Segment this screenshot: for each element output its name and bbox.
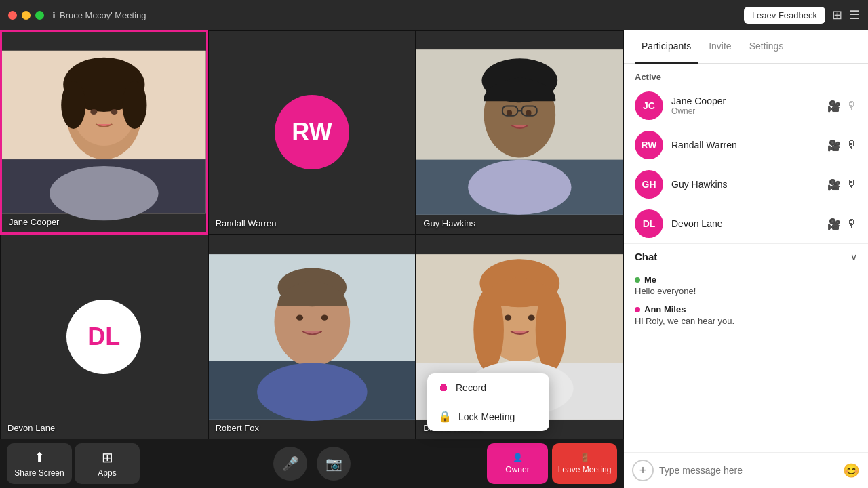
svg-point-25 bbox=[321, 315, 328, 321]
microphone-button[interactable]: 🎤 bbox=[273, 447, 307, 481]
sender-dot-me bbox=[635, 277, 640, 283]
participant-name-jane-panel: Jane Cooper bbox=[671, 96, 819, 106]
panel-content: Active JC Jane Cooper Owner 🎥 🎙 RW Randa… bbox=[624, 64, 868, 452]
popup-menu: ⏺ Record 🔒 Lock Meeting bbox=[427, 373, 549, 431]
svg-point-7 bbox=[90, 109, 97, 115]
share-screen-button[interactable]: ⬆ Share Screen bbox=[7, 443, 72, 484]
chat-input[interactable] bbox=[659, 465, 837, 476]
right-panel: Participants Invite Settings Active JC J… bbox=[624, 30, 868, 488]
svg-point-9 bbox=[50, 166, 158, 220]
participant-row-devon: DL Devon Lane 🎥 🎙 bbox=[624, 204, 868, 243]
lock-meeting-button[interactable]: 🔒 Lock Meeting bbox=[427, 402, 549, 431]
chat-chevron-icon: ∨ bbox=[850, 251, 857, 262]
toolbar: ⬆ Share Screen ⊞ Apps 🎤 📷 bbox=[0, 439, 624, 488]
chat-text-me: Hello everyone! bbox=[635, 286, 857, 296]
video-section: Jane Cooper RW Randall Warren bbox=[0, 30, 624, 488]
participant-name-guy: Guy Hawkins bbox=[423, 218, 475, 228]
camera-icon-randall: 🎥 bbox=[827, 139, 841, 152]
sender-name-ann: Ann Miles bbox=[644, 304, 686, 314]
avatar-devon-panel: DL bbox=[635, 209, 663, 238]
chat-add-button[interactable]: + bbox=[632, 460, 654, 481]
svg-point-26 bbox=[257, 363, 367, 421]
close-button[interactable] bbox=[8, 11, 17, 20]
minimize-button[interactable] bbox=[22, 11, 31, 20]
maximize-button[interactable] bbox=[35, 11, 44, 20]
owner-button[interactable]: 👤 Owner bbox=[487, 443, 548, 484]
chat-text-ann: Hi Roiy, we can hear you. bbox=[635, 316, 857, 326]
svg-point-6 bbox=[122, 81, 146, 129]
toolbar-right: ⏺ Record 🔒 Lock Meeting 👤 Owner 🚪 Leave … bbox=[487, 443, 617, 484]
participant-role-jane: Owner bbox=[671, 106, 819, 116]
avatar-randall-panel: RW bbox=[635, 131, 663, 159]
camera-icon-devon: 🎥 bbox=[827, 218, 841, 230]
traffic-lights bbox=[8, 11, 44, 20]
camera-icon-jane: 🎥 bbox=[827, 100, 841, 113]
svg-point-33 bbox=[505, 315, 511, 321]
toolbar-center: 🎤 📷 bbox=[273, 447, 351, 481]
video-cell-robert-fox: Robert Fox bbox=[208, 235, 416, 439]
leave-feedback-button[interactable]: Leaev Feadbeck bbox=[744, 7, 825, 24]
info-icon: ℹ bbox=[52, 10, 56, 20]
participant-name-devon: Devon Lane bbox=[7, 423, 55, 433]
tab-invite[interactable]: Invite bbox=[702, 30, 738, 64]
video-cell-guy-hawkins: Guy Hawkins bbox=[416, 30, 624, 235]
svg-point-5 bbox=[61, 81, 85, 129]
emoji-button[interactable]: 😊 bbox=[843, 462, 860, 479]
participant-row-randall: RW Randall Warren 🎥 🎙 bbox=[624, 125, 868, 165]
meeting-title-area: ℹ Bruce Mccoy' Meeting bbox=[52, 10, 146, 20]
avatar-randall: RW bbox=[275, 95, 349, 169]
participant-name-devon-panel: Devon Lane bbox=[671, 218, 819, 229]
chat-label: Chat bbox=[635, 251, 850, 262]
mic-icon-guy: 🎙 bbox=[846, 178, 857, 191]
chat-sender-ann: Ann Miles bbox=[635, 304, 857, 314]
active-section-label: Active bbox=[624, 64, 868, 86]
participant-row-jane: JC Jane Cooper Owner 🎥 🎙 bbox=[624, 86, 868, 125]
participant-name-jane: Jane Cooper bbox=[9, 217, 59, 227]
titlebar-right: Leaev Feadbeck ⊞ ☰ bbox=[744, 7, 860, 24]
participant-info-devon: Devon Lane bbox=[671, 218, 819, 229]
mic-icon-jane: 🎙 bbox=[846, 100, 857, 113]
chat-message-ann: Ann Miles Hi Roiy, we can hear you. bbox=[635, 304, 857, 326]
camera-button[interactable]: 📷 bbox=[317, 447, 351, 481]
participant-name-guy-panel: Guy Hawkins bbox=[671, 179, 819, 190]
avatar-jane-panel: JC bbox=[635, 92, 663, 120]
participant-name-randall-panel: Randall Warren bbox=[671, 140, 819, 150]
meeting-title: Bruce Mccoy' Meeting bbox=[60, 10, 146, 20]
panel-tabs: Participants Invite Settings bbox=[624, 30, 868, 64]
participant-name-randall: Randall Warren bbox=[216, 218, 277, 228]
mic-icon-randall: 🎙 bbox=[846, 139, 857, 152]
tab-participants[interactable]: Participants bbox=[635, 30, 698, 64]
main-area: Jane Cooper RW Randall Warren bbox=[0, 30, 868, 488]
record-button[interactable]: ⏺ Record bbox=[427, 373, 549, 402]
owner-icon: 👤 bbox=[513, 453, 523, 462]
titlebar: ℹ Bruce Mccoy' Meeting Leaev Feadbeck ⊞ … bbox=[0, 0, 868, 30]
participant-icons-randall: 🎥 🎙 bbox=[827, 139, 857, 152]
grid-view-icon[interactable]: ⊞ bbox=[832, 7, 842, 22]
participant-icons-guy: 🎥 🎙 bbox=[827, 178, 857, 191]
participant-name-robert: Robert Fox bbox=[216, 423, 259, 433]
chat-header[interactable]: Chat ∨ bbox=[624, 244, 868, 269]
participant-row-guy: GH Guy Hawkins 🎥 🎙 bbox=[624, 165, 868, 204]
leave-meeting-button[interactable]: 🚪 Leave Meeting bbox=[552, 443, 617, 484]
record-icon: ⏺ bbox=[438, 382, 449, 394]
share-screen-icon: ⬆ bbox=[34, 449, 45, 466]
participant-icons-jane: 🎥 🎙 bbox=[827, 100, 857, 113]
tab-settings[interactable]: Settings bbox=[743, 30, 791, 64]
participant-info-jane: Jane Cooper Owner bbox=[671, 96, 819, 116]
video-cell-jane-cooper: Jane Cooper bbox=[0, 30, 208, 235]
chat-input-area: + 😊 bbox=[624, 452, 868, 488]
svg-point-8 bbox=[111, 109, 117, 115]
avatar-devon: DL bbox=[66, 300, 141, 374]
camera-icon: 📷 bbox=[326, 455, 342, 472]
mic-icon-devon: 🎙 bbox=[846, 218, 857, 230]
chat-section: Chat ∨ Me Hello everyone! Ann bbox=[624, 243, 868, 340]
menu-icon[interactable]: ☰ bbox=[849, 7, 860, 22]
sender-name-me: Me bbox=[644, 274, 656, 285]
chat-sender-me: Me bbox=[635, 274, 857, 285]
svg-point-18 bbox=[526, 110, 532, 116]
svg-point-17 bbox=[507, 110, 512, 116]
svg-point-24 bbox=[296, 315, 303, 321]
apps-icon: ⊞ bbox=[102, 449, 113, 466]
apps-button[interactable]: ⊞ Apps bbox=[75, 443, 140, 484]
video-cell-randall-warren: RW Randall Warren bbox=[208, 30, 416, 235]
